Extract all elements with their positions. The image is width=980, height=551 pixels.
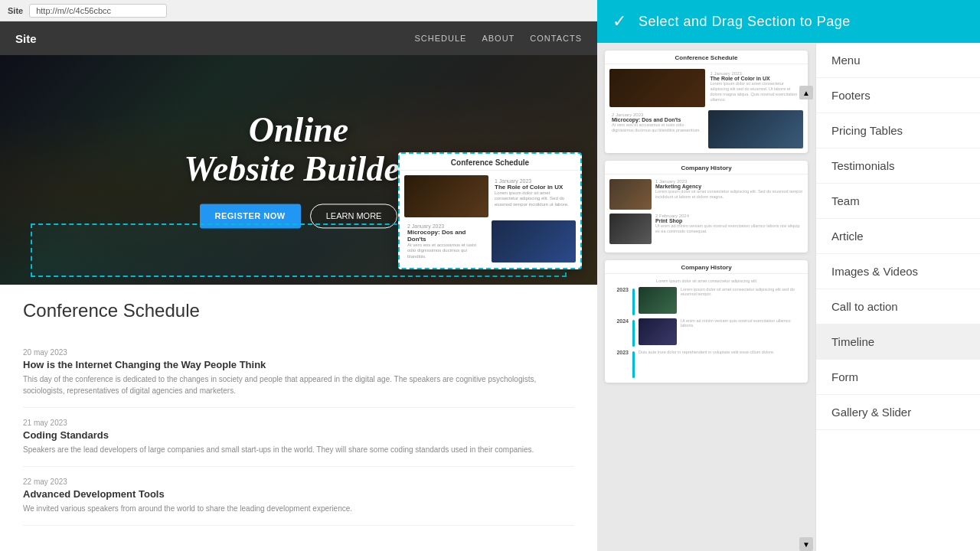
site-label: Site bbox=[8, 6, 23, 15]
left-panel: Site Site SCHEDULE ABOUT CONTACTS Online… bbox=[0, 0, 597, 551]
thumb-text-1: 1 January 2023 The Role of Color in UX L… bbox=[708, 69, 804, 107]
ch2-img-2 bbox=[639, 318, 677, 345]
sidebar-label-timeline: Timeline bbox=[831, 335, 874, 348]
ch-row-1: 1 January 2023 Marketing Agency Lorem ip… bbox=[609, 179, 803, 210]
ch2-bar-2 bbox=[632, 320, 635, 347]
fc-body-2: At vero eos et accusamus et iusto odio d… bbox=[407, 243, 485, 260]
sidebar-item-menu[interactable]: Menu bbox=[816, 43, 980, 78]
fc-date-1: 1 January 2023 bbox=[495, 178, 573, 184]
hero-title-line1: Online bbox=[249, 110, 348, 149]
sidebar-item-gallery-slider[interactable]: Gallery & Slider bbox=[816, 395, 980, 430]
thumb-header-ch: Company History bbox=[605, 161, 808, 174]
sidebar-label-menu: Menu bbox=[831, 54, 861, 67]
ch2-top-text: Lorem ipsum dolor sit amet consectetur a… bbox=[609, 279, 803, 283]
sidebar-label-article: Article bbox=[831, 230, 864, 243]
ch2-row-3: 2023 Duis aute irure dolor in reprehende… bbox=[609, 350, 803, 378]
right-panel: ✓ Select and Drag Section to Page ▲ ▼ Co… bbox=[597, 0, 980, 551]
ch2-desc-2: Ut enim ad minim veniam quis nostrud exe… bbox=[681, 318, 803, 328]
sidebar-item-team[interactable]: Team bbox=[816, 184, 980, 219]
right-panel-body: ▲ ▼ Conference Schedule 1 January 2023 T… bbox=[597, 43, 980, 551]
ch2-body: Lorem ipsum dolor sit amet consectetur a… bbox=[605, 274, 808, 383]
article-title: Advanced Development Tools bbox=[23, 488, 574, 500]
sidebar-item-footers[interactable]: Footers bbox=[816, 78, 980, 113]
sidebar-label-gallery-slider: Gallery & Slider bbox=[831, 406, 911, 419]
fc-title-2: Microcopy: Dos and Don'ts bbox=[407, 229, 485, 243]
check-icon: ✓ bbox=[612, 11, 626, 31]
sidebar-item-call-to-action[interactable]: Call to action bbox=[816, 289, 980, 324]
article-item: 21 may 2023 Coding Standards Speakers ar… bbox=[23, 419, 574, 467]
ch2-img-1 bbox=[639, 287, 677, 314]
right-header-title: Select and Drag Section to Page bbox=[639, 14, 851, 30]
scroll-down-button[interactable]: ▼ bbox=[799, 537, 813, 551]
ch2-row-1: 2023 Lorem ipsum dolor sit amet consecte… bbox=[609, 287, 803, 315]
sidebar-item-pricing-tables[interactable]: Pricing Tables bbox=[816, 113, 980, 148]
fc-img-2 bbox=[492, 220, 576, 262]
site-logo: Site bbox=[15, 32, 37, 45]
fc-text-1: 1 January 2023 The Role of Color in UX L… bbox=[492, 175, 576, 217]
url-input[interactable] bbox=[29, 4, 167, 18]
fc-date-2: 2 January 2023 bbox=[407, 223, 485, 229]
article-date: 21 may 2023 bbox=[23, 419, 574, 427]
right-header: ✓ Select and Drag Section to Page bbox=[597, 0, 980, 43]
ch-row-2: 2 February 2024 Print Shop Ut enim ad mi… bbox=[609, 214, 803, 244]
thumb-desc-2: At vero eos et accusamus et iusto odio d… bbox=[612, 122, 703, 133]
thumb-header-ch2: Company History bbox=[605, 260, 808, 274]
article-title: How is the Internet Changing the Way Peo… bbox=[23, 359, 574, 370]
thumb-text-2: 2 January 2023 Microcopy: Dos and Don'ts… bbox=[609, 110, 705, 148]
ch2-row-2: 2024 Ut enim ad minim veniam quis nostru… bbox=[609, 318, 803, 347]
sidebar-item-timeline[interactable]: Timeline bbox=[816, 324, 980, 360]
ch2-desc-3: Duis aute irure dolor in reprehenderit i… bbox=[639, 350, 803, 354]
article-date: 20 may 2023 bbox=[23, 348, 574, 357]
sidebar-item-testimonials[interactable]: Testimonials bbox=[816, 148, 980, 184]
sidebar-label-team: Team bbox=[831, 194, 860, 207]
ch-desc-1: Lorem ipsum dolor sit amet consectetur a… bbox=[655, 189, 803, 200]
thumb-body-ch: 1 January 2023 Marketing Agency Lorem ip… bbox=[605, 174, 808, 253]
article-item: 22 may 2023 Advanced Development Tools W… bbox=[23, 478, 574, 526]
ch-img-person bbox=[609, 179, 652, 210]
section-heading: Conference Schedule bbox=[23, 300, 574, 321]
sidebar-item-images-videos[interactable]: Images & Videos bbox=[816, 254, 980, 289]
top-bar: Site bbox=[0, 0, 597, 21]
sidebar-item-article[interactable]: Article bbox=[816, 219, 980, 254]
sidebar-label-footers: Footers bbox=[831, 89, 871, 102]
fc-body-1: Lorem ipsum dolor sit amet consectetur a… bbox=[495, 191, 573, 208]
thumb-card-company-history2[interactable]: Company History Lorem ipsum dolor sit am… bbox=[605, 260, 808, 383]
ch2-desc-1: Lorem ipsum dolor sit amet consectetur a… bbox=[681, 287, 803, 296]
ch2-bar-3 bbox=[632, 351, 635, 378]
sidebar-label-form: Form bbox=[831, 370, 858, 383]
thumb-card-company-history[interactable]: Company History 1 January 2023 Marketing… bbox=[605, 161, 808, 253]
scroll-up-button[interactable]: ▲ bbox=[799, 86, 813, 99]
ch2-year-2: 2024 bbox=[609, 318, 629, 324]
ch-img-fashion bbox=[609, 214, 652, 244]
thumbnails-area: Conference Schedule 1 January 2023 The R… bbox=[597, 43, 815, 551]
thumb-card-conference[interactable]: Conference Schedule 1 January 2023 The R… bbox=[605, 51, 808, 153]
fc-img-1 bbox=[404, 175, 488, 217]
article-body: We invited various speakers from around … bbox=[23, 503, 574, 514]
floating-card-header: Conference Schedule bbox=[400, 154, 580, 171]
article-date: 22 may 2023 bbox=[23, 478, 574, 486]
sidebar-label-call-to-action: Call to action bbox=[831, 300, 898, 313]
thumb-desc-1: Lorem ipsum dolor sit amet consectetur a… bbox=[710, 81, 802, 103]
thumb-title-1: The Role of Color in UX bbox=[710, 76, 802, 81]
sidebar-label-pricing-tables: Pricing Tables bbox=[831, 124, 903, 137]
sidebar-item-form[interactable]: Form bbox=[816, 360, 980, 395]
nav-contacts[interactable]: CONTACTS bbox=[530, 34, 582, 43]
thumb-img-pres bbox=[708, 110, 804, 148]
fc-text-2: 2 January 2023 Microcopy: Dos and Don'ts… bbox=[404, 220, 488, 263]
sidebar-label-testimonials: Testimonials bbox=[831, 159, 895, 172]
floating-card-grid: 1 January 2023 The Role of Color in UX L… bbox=[400, 171, 580, 268]
floating-card-preview: Conference Schedule 1 January 2023 The R… bbox=[398, 152, 582, 269]
sidebar-nav: Menu Footers Pricing Tables Testimonials… bbox=[815, 43, 980, 551]
hero-section: Online Website Builder REGISTER NOW LEAR… bbox=[0, 55, 597, 285]
nav-about[interactable]: ABOUT bbox=[482, 34, 514, 43]
nav-schedule[interactable]: SCHEDULE bbox=[415, 34, 467, 43]
ch2-spacer: Duis aute irure dolor in reprehenderit i… bbox=[639, 350, 803, 354]
fc-title-1: The Role of Color in UX bbox=[495, 184, 573, 191]
hero-title-line2: Website Builder bbox=[184, 149, 413, 188]
site-nav: Site SCHEDULE ABOUT CONTACTS bbox=[0, 21, 597, 55]
article-title: Coding Standards bbox=[23, 429, 574, 441]
article-body: This day of the conference is dedicated … bbox=[23, 373, 574, 396]
ch2-timeline: 2023 Lorem ipsum dolor sit amet consecte… bbox=[609, 287, 803, 378]
ch2-year-1: 2023 bbox=[609, 287, 629, 292]
ch2-year-3: 2023 bbox=[609, 350, 629, 355]
